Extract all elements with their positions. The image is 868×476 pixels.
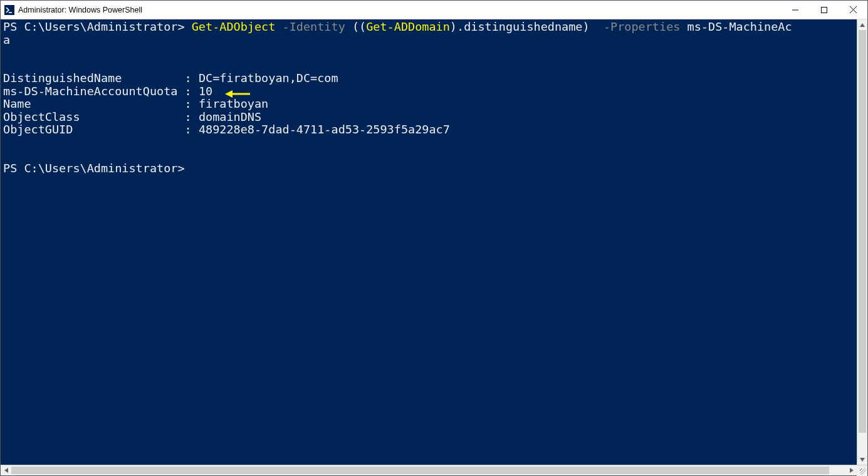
vertical-scrollbar[interactable] xyxy=(857,19,867,465)
minimize-button[interactable] xyxy=(781,1,810,19)
close-button[interactable] xyxy=(839,1,867,19)
cmd-wrap: a xyxy=(3,33,10,46)
output-label: ObjectClass xyxy=(3,110,177,123)
scroll-thumb[interactable] xyxy=(859,30,866,433)
svg-marker-8 xyxy=(860,23,865,27)
output-value: 10 xyxy=(199,85,212,98)
output-sep: : xyxy=(177,85,198,98)
prompt-text: PS C:\Users\Administrator> xyxy=(3,20,192,33)
cmdlet-name: Get-ADObject xyxy=(192,20,276,33)
cmd-text: ms-DS-MachineAc xyxy=(680,20,792,33)
svg-rect-3 xyxy=(822,7,827,13)
content-area: PS C:\Users\Administrator> Get-ADObject … xyxy=(1,19,867,465)
scroll-right-arrow-icon[interactable] xyxy=(846,465,857,475)
param-properties: -Properties xyxy=(604,20,681,33)
horizontal-scrollbar[interactable] xyxy=(1,465,867,475)
prompt-text: PS C:\Users\Administrator> xyxy=(3,162,185,175)
scroll-thumb[interactable] xyxy=(11,467,829,474)
output-sep: : xyxy=(177,110,198,123)
output-value: domainDNS xyxy=(199,110,261,123)
output-value: firatboyan xyxy=(199,97,268,110)
cmd-text: ).distinguishedname) xyxy=(450,20,604,33)
svg-marker-11 xyxy=(850,468,854,473)
svg-marker-10 xyxy=(4,468,8,473)
output-label: ms-DS-MachineAccountQuota xyxy=(3,85,177,98)
titlebar[interactable]: Administrator: Windows PowerShell xyxy=(1,1,867,19)
output-label: ObjectGUID xyxy=(3,123,177,136)
cmdlet-name: Get-ADDomain xyxy=(366,20,450,33)
svg-marker-9 xyxy=(860,458,865,462)
window-title: Administrator: Windows PowerShell xyxy=(18,6,781,14)
scroll-track[interactable] xyxy=(11,465,846,475)
window-controls xyxy=(781,1,867,19)
output-label: Name xyxy=(3,97,177,110)
scroll-down-arrow-icon[interactable] xyxy=(857,454,867,465)
output-value: 489228e8-7dad-4711-ad53-2593f5a29ac7 xyxy=(199,123,450,136)
scroll-left-arrow-icon[interactable] xyxy=(1,465,11,475)
output-sep: : xyxy=(177,71,198,85)
powershell-window: Administrator: Windows PowerShell PS C:\… xyxy=(0,0,868,476)
powershell-icon xyxy=(4,5,14,15)
output-sep: : xyxy=(177,123,198,136)
output-label: DistinguishedName xyxy=(3,71,177,85)
param-identity: -Identity xyxy=(275,20,345,33)
cmd-text: (( xyxy=(345,20,366,33)
output-value: DC=firatboyan,DC=com xyxy=(199,71,338,85)
scroll-track[interactable] xyxy=(857,30,867,454)
scroll-up-arrow-icon[interactable] xyxy=(857,19,867,30)
terminal-output[interactable]: PS C:\Users\Administrator> Get-ADObject … xyxy=(1,19,857,465)
output-sep: : xyxy=(177,97,198,110)
resize-grip-icon[interactable] xyxy=(857,465,867,476)
maximize-button[interactable] xyxy=(810,1,839,19)
